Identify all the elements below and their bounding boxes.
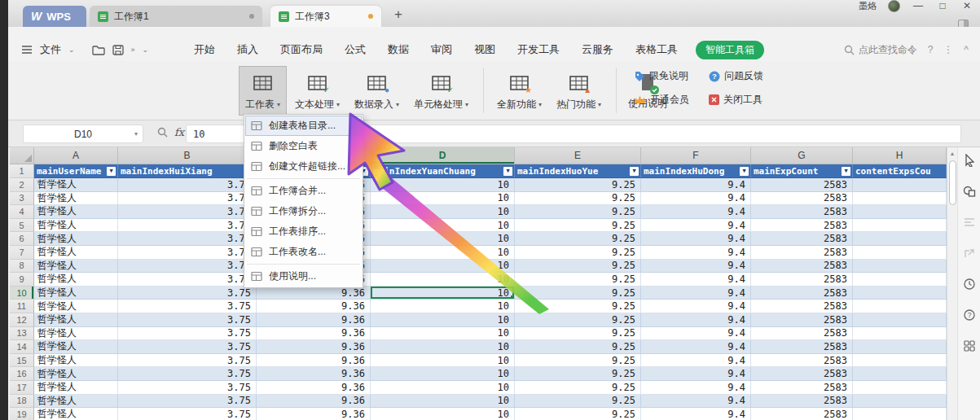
row-header-12[interactable]: 12 — [10, 313, 34, 327]
cell-H10[interactable] — [853, 287, 947, 300]
cell-E12[interactable]: 9.25 — [515, 313, 641, 327]
row-header-17[interactable]: 17 — [10, 381, 34, 395]
cell-F14[interactable]: 9.4 — [641, 340, 751, 354]
cell-B18[interactable]: 3.75 — [118, 395, 257, 409]
cell-B7[interactable]: 3.75 — [118, 246, 257, 260]
cell-D9[interactable]: 10 — [371, 273, 515, 287]
cell-A14[interactable]: 哲学怪人 — [34, 340, 118, 354]
cell-C17[interactable]: 9.36 — [257, 381, 371, 395]
save-icon[interactable] — [112, 45, 124, 55]
filter-dropdown-icon[interactable]: ▼ — [503, 167, 512, 176]
row-header-2[interactable]: 2 — [10, 178, 34, 192]
collapse-ribbon-icon[interactable]: ^ — [964, 44, 969, 55]
cell-F16[interactable]: 9.4 — [641, 367, 751, 381]
cell-E18[interactable]: 9.25 — [515, 395, 641, 409]
cell-F18[interactable]: 9.4 — [641, 395, 751, 409]
cell-G2[interactable]: 2583 — [751, 178, 853, 192]
row-header-11[interactable]: 11 — [10, 300, 34, 313]
quickbar-more-icon[interactable]: » — [131, 46, 135, 54]
cell-H14[interactable] — [853, 340, 947, 354]
cell-H13[interactable] — [853, 327, 947, 341]
ribbon-button-数据录入[interactable]: ●数据录入▾ — [348, 66, 406, 116]
header-cell-mainUserName[interactable]: mainUserName▼ — [34, 164, 118, 178]
menu-item-工作表改名[interactable]: 工作表改名... — [245, 242, 362, 262]
column-header-G[interactable]: G — [751, 147, 853, 164]
cell-A15[interactable]: 哲学怪人 — [34, 354, 118, 368]
menu-item-工作簿拆分[interactable]: 工作簿拆分... — [245, 201, 362, 221]
cell-D17[interactable]: 10 — [371, 381, 515, 395]
cell-A3[interactable]: 哲学怪人 — [34, 192, 118, 206]
link-关闭工具[interactable]: 关闭工具 — [709, 93, 763, 107]
column-header-F[interactable]: F — [641, 147, 751, 164]
cell-G12[interactable]: 2583 — [751, 313, 853, 327]
cell-E7[interactable]: 9.25 — [515, 246, 641, 260]
cell-F5[interactable]: 9.4 — [641, 219, 751, 233]
cell-G18[interactable]: 2583 — [751, 395, 853, 409]
menu-tab-页面布局[interactable]: 页面布局 — [280, 42, 323, 57]
row-header-10[interactable]: 10 — [10, 287, 34, 300]
header-cell-mainIndexYuanChuang[interactable]: mainIndexYuanChuang▼ — [371, 164, 515, 178]
cell-H17[interactable] — [853, 381, 947, 395]
cell-D13[interactable]: 10 — [371, 327, 515, 341]
cell-E19[interactable]: 9.25 — [515, 408, 641, 420]
row-header-9[interactable]: 9 — [10, 273, 34, 287]
menu-tab-插入[interactable]: 插入 — [237, 42, 258, 57]
cell-B11[interactable]: 3.75 — [118, 300, 257, 313]
cell-G9[interactable]: 2583 — [751, 273, 853, 287]
cell-E4[interactable]: 9.25 — [515, 205, 641, 219]
cell-F3[interactable]: 9.4 — [641, 192, 751, 206]
cell-B14[interactable]: 3.75 — [118, 340, 257, 354]
cell-E5[interactable]: 9.25 — [515, 219, 641, 233]
cell-F17[interactable]: 9.4 — [641, 381, 751, 395]
cell-E9[interactable]: 9.25 — [515, 273, 641, 287]
header-cell-mainIndexHuoYue[interactable]: mainIndexHuoYue▼ — [515, 164, 641, 178]
cell-B5[interactable]: 3.75 — [118, 219, 257, 233]
cell-C10[interactable]: 9.36 — [257, 287, 371, 300]
cell-F8[interactable]: 9.4 — [641, 260, 751, 273]
link-限免说明[interactable]: 限免说明 — [634, 69, 689, 83]
menu-item-工作表排序[interactable]: 工作表排序... — [245, 221, 362, 242]
cell-D7[interactable]: 10 — [371, 246, 515, 260]
cell-F6[interactable]: 9.4 — [641, 232, 751, 246]
cell-E6[interactable]: 9.25 — [515, 232, 641, 246]
minimize-button[interactable]: — — [912, 0, 925, 11]
cell-B13[interactable]: 3.75 — [118, 327, 257, 341]
cell-C16[interactable]: 9.36 — [257, 367, 371, 381]
ribbon-button-文本处理[interactable]: ✓文本处理▾ — [288, 66, 346, 116]
column-header-H[interactable]: H — [853, 147, 947, 164]
column-header-D[interactable]: D — [371, 147, 515, 164]
row-header-16[interactable]: 16 — [10, 367, 34, 381]
scroll-up-arrow-icon[interactable]: ▲ — [947, 147, 957, 159]
cell-G3[interactable]: 2583 — [751, 192, 853, 206]
cell-H18[interactable] — [853, 395, 947, 409]
cell-D2[interactable]: 10 — [371, 178, 515, 192]
row-header-6[interactable]: 6 — [10, 232, 34, 246]
shapes-icon[interactable] — [963, 185, 976, 198]
cell-G8[interactable]: 2583 — [751, 260, 853, 273]
link-问题反馈[interactable]: ?问题反馈 — [709, 69, 763, 83]
cell-E13[interactable]: 9.25 — [515, 327, 641, 341]
history-clock-icon[interactable] — [963, 278, 976, 291]
magnifier-icon[interactable] — [157, 127, 168, 138]
cell-F10[interactable]: 9.4 — [641, 287, 751, 300]
cell-E10[interactable]: 9.25 — [515, 287, 641, 300]
cell-B9[interactable]: 3.75 — [118, 273, 257, 287]
cell-H6[interactable] — [853, 232, 947, 246]
cell-D10[interactable]: 10 — [371, 287, 515, 300]
cell-E2[interactable]: 9.25 — [515, 178, 641, 192]
cell-D8[interactable]: 10 — [371, 260, 515, 273]
cell-B6[interactable]: 3.75 — [118, 232, 257, 246]
ribbon-button-单元格处理[interactable]: ✓单元格处理▾ — [407, 66, 475, 116]
cell-H19[interactable] — [853, 408, 947, 420]
cell-G17[interactable]: 2583 — [751, 381, 853, 395]
cell-A19[interactable]: 哲学怪人 — [34, 408, 118, 420]
menu-tab-数据[interactable]: 数据 — [388, 42, 409, 57]
cell-B15[interactable]: 3.75 — [118, 354, 257, 368]
filter-dropdown-icon[interactable]: ▼ — [842, 167, 850, 176]
cell-A2[interactable]: 哲学怪人 — [34, 178, 118, 192]
row-header-15[interactable]: 15 — [10, 354, 34, 368]
menu-item-创建表格目录[interactable]: 创建表格目录... — [245, 116, 362, 136]
open-folder-icon[interactable] — [92, 45, 105, 55]
cell-H4[interactable] — [853, 205, 947, 219]
row-header-19[interactable]: 19 — [10, 408, 34, 420]
